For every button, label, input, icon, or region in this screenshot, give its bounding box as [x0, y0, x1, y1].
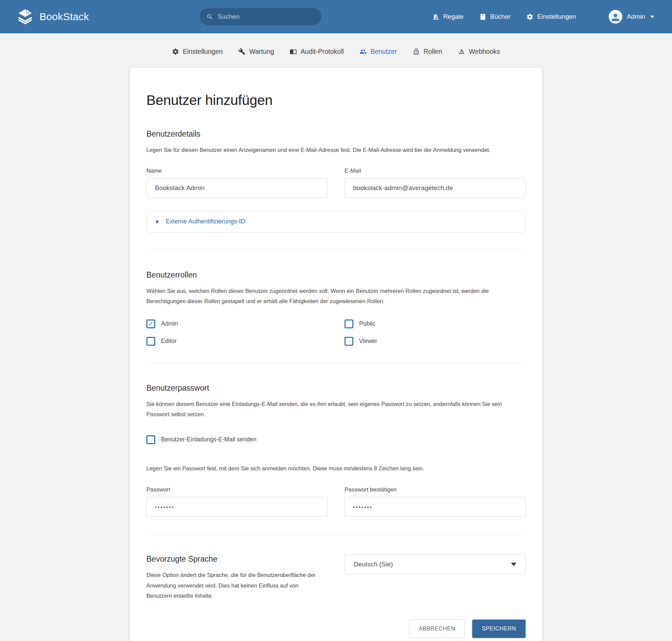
checkbox-icon [345, 337, 353, 346]
section-user-password: Benutzerpasswort Sie können diesem Benut… [146, 383, 526, 517]
users-icon [360, 48, 367, 55]
chevron-right-icon [156, 220, 159, 224]
divider [146, 250, 526, 250]
tab-label: Rollen [423, 48, 442, 55]
checkbox-icon [146, 319, 155, 328]
nav-shelves-label: Regale [443, 13, 464, 21]
section-description: Wählen Sie aus, welchen Rollen dieser Be… [146, 286, 526, 306]
confirm-password-value: ••••••• [353, 504, 373, 510]
avatar [609, 10, 622, 24]
section-description: Sie können diesem Benutzer eine Einladun… [146, 399, 526, 420]
tab-benutzer[interactable]: Benutzer [360, 48, 397, 55]
role-label: Viewer [359, 338, 377, 345]
top-navbar: BookStack Regale Bücher Einstellun [0, 0, 672, 33]
nav-settings[interactable]: Einstellungen [526, 13, 576, 21]
tab-webhooks[interactable]: Webhooks [458, 48, 500, 55]
tab-rollen[interactable]: Rollen [412, 48, 442, 55]
role-checkbox-viewer[interactable]: Viewer [345, 337, 377, 346]
section-user-details: Benutzerdetails Legen Sie für diesen Ben… [146, 129, 526, 233]
account-name: Admin [627, 13, 645, 21]
chevron-down-icon [650, 16, 654, 18]
cancel-button[interactable]: ABBRECHEN [409, 619, 465, 638]
section-user-roles: Benutzerrollen Wählen Sie aus, welchen R… [146, 270, 526, 346]
search-box[interactable] [199, 8, 321, 25]
role-checkbox-admin[interactable]: Admin [146, 319, 178, 328]
user-icon [610, 12, 621, 23]
checkbox-icon [146, 435, 155, 444]
role-label: Public [359, 320, 376, 327]
account-menu[interactable]: Admin [609, 10, 654, 24]
language-selected-value: Deutsch (Sie) [354, 561, 393, 568]
section-heading: Benutzerrollen [146, 270, 526, 279]
role-checkbox-editor[interactable]: Editor [146, 337, 177, 346]
tab-label: Einstellungen [183, 48, 223, 55]
checkbox-icon [345, 319, 353, 328]
invite-email-checkbox[interactable]: Benutzer-Einladungs-E-Mail senden [146, 435, 256, 444]
role-checkbox-public[interactable]: Public [345, 319, 376, 328]
book-icon [479, 13, 487, 21]
email-input[interactable] [345, 178, 526, 198]
tab-label: Benutzer [370, 48, 397, 55]
name-label: Name [146, 167, 327, 174]
password-label: Passwort [146, 486, 327, 493]
webhook-icon [458, 48, 465, 55]
tab-wartung[interactable]: Wartung [238, 48, 274, 55]
nav-shelves[interactable]: Regale [432, 13, 464, 21]
search-input[interactable] [218, 13, 314, 21]
role-label: Editor [161, 338, 177, 345]
save-button[interactable]: SPEICHERN [472, 619, 526, 638]
section-heading: Benutzerpasswort [146, 383, 526, 393]
brand-name: BookStack [40, 11, 89, 23]
checkbox-icon [146, 337, 155, 346]
bookstack-logo[interactable]: BookStack [16, 8, 89, 26]
set-password-text: Legen Sie ein Passwort fest, mit dem Sie… [146, 463, 526, 474]
settings-tabs: Einstellungen Wartung Audit-Protokoll Be… [0, 33, 672, 68]
password-value: ••••••• [155, 504, 174, 510]
section-language: Bevorzugte Sprache Diese Option ändert d… [146, 555, 526, 601]
tab-audit-protokoll[interactable]: Audit-Protokoll [290, 48, 344, 55]
external-auth-toggle[interactable]: Externe Authentifizierungs-ID [146, 211, 526, 233]
role-label: Admin [161, 320, 178, 327]
tab-label: Webhooks [469, 48, 500, 55]
nav-books-label: Bücher [490, 13, 510, 21]
confirm-password-input[interactable]: ••••••• [345, 497, 526, 517]
search-icon [206, 13, 213, 21]
gear-icon [172, 48, 179, 55]
open-book-icon [290, 48, 297, 55]
section-heading: Bevorzugte Sprache [146, 555, 327, 564]
nav-books[interactable]: Bücher [479, 13, 510, 21]
divider [146, 534, 526, 534]
confirm-password-label: Passwort bestätigen [345, 486, 526, 493]
bookstack-logo-icon [16, 8, 34, 26]
password-input[interactable]: ••••••• [146, 497, 327, 517]
lock-open-icon [412, 48, 420, 55]
page-title: Benutzer hinzufügen [146, 92, 526, 108]
section-description: Legen Sie für diesen Benutzer einen Anze… [146, 145, 526, 155]
name-input[interactable] [146, 178, 327, 198]
bookshelf-icon [432, 13, 439, 21]
tab-label: Wartung [249, 48, 274, 55]
wrench-icon [238, 48, 246, 55]
add-user-card: Benutzer hinzufügen Benutzerdetails Lege… [130, 68, 542, 641]
divider [146, 363, 526, 363]
dropdown-arrow-icon [511, 563, 516, 566]
section-heading: Benutzerdetails [146, 129, 526, 139]
invite-email-label: Benutzer-Einladungs-E-Mail senden [161, 436, 256, 443]
gear-icon [526, 13, 533, 21]
section-description: Diese Option ändert die Sprache, die für… [146, 570, 317, 601]
nav-settings-label: Einstellungen [537, 13, 576, 21]
email-label: E-Mail [345, 167, 526, 174]
tab-label: Audit-Protokoll [300, 48, 344, 55]
external-auth-label: Externe Authentifizierungs-ID [166, 218, 245, 225]
tab-einstellungen[interactable]: Einstellungen [172, 48, 223, 55]
language-select[interactable]: Deutsch (Sie) [345, 555, 526, 574]
